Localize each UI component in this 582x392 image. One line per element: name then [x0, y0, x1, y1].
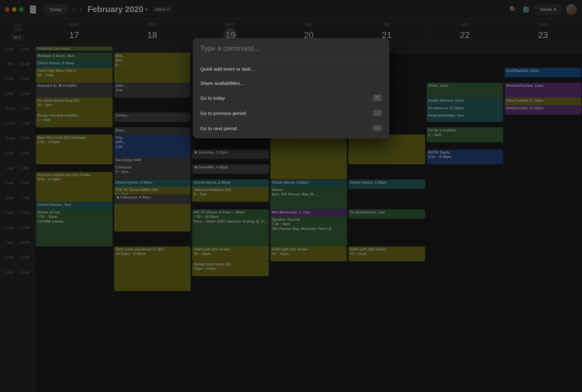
command-items: Quick-add event or task...Share availabi…	[193, 59, 389, 138]
command-shortcut: T	[373, 95, 382, 101]
command-shortcut: →	[373, 125, 382, 131]
command-item-label: Go to next period	[200, 126, 237, 131]
command-item[interactable]: Go to previous period←	[193, 105, 389, 121]
command-input-area	[193, 38, 389, 59]
command-item[interactable]: Go to next period→	[193, 121, 389, 136]
command-item-label: Quick-add event or task...	[200, 66, 255, 72]
command-item-label: Go to previous period	[200, 111, 246, 116]
modal-overlay[interactable]: Quick-add event or task...Share availabi…	[0, 0, 582, 392]
command-modal: Quick-add event or task...Share availabi…	[193, 38, 389, 138]
command-shortcut: ←	[373, 110, 382, 116]
command-input[interactable]	[200, 44, 382, 53]
command-item-label: Go to today	[200, 95, 225, 101]
command-item[interactable]: Quick-add event or task...	[193, 62, 389, 76]
command-item[interactable]: Share availabilities...	[193, 76, 389, 90]
command-item-label: Share availabilities...	[200, 80, 244, 86]
command-item[interactable]: Go to todayT	[193, 90, 389, 105]
